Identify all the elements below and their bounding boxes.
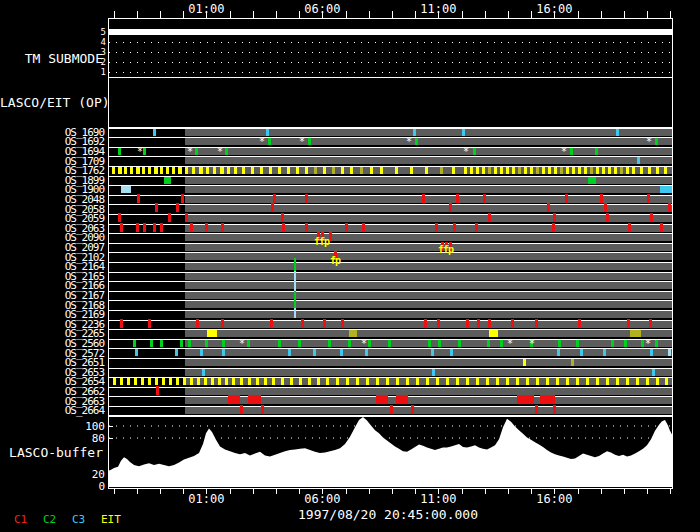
- row-band: [109, 282, 672, 289]
- event-tick: [536, 167, 539, 174]
- time-axis-tick: [299, 489, 300, 494]
- event-tick: [288, 349, 291, 356]
- event-tick: [368, 340, 371, 347]
- long-event-line: [294, 291, 296, 308]
- event-tick: [628, 223, 631, 232]
- asterisk-marker: *: [507, 340, 513, 348]
- event-tick: [188, 340, 191, 347]
- event-tick: [626, 378, 629, 385]
- event-tick: [296, 167, 299, 174]
- event-tick: [578, 319, 581, 328]
- tm-submode-label: TM SUBMODE: [0, 51, 103, 66]
- row-band: [109, 359, 672, 366]
- event-tick: [570, 148, 573, 155]
- event-tick: [251, 167, 254, 174]
- event-tick: [422, 194, 425, 203]
- asterisk-marker: *: [561, 148, 567, 156]
- event-tick: [130, 167, 133, 174]
- tm-submode-active-bar: [109, 29, 672, 35]
- event-tick: [496, 378, 499, 385]
- event-tick: [175, 349, 178, 356]
- event-tick: [127, 378, 130, 385]
- row-band: [109, 157, 672, 164]
- event-tick: [196, 319, 199, 328]
- long-event-line: [294, 308, 296, 318]
- asterisk-marker: *: [137, 148, 143, 156]
- asterisk-marker: *: [646, 138, 652, 146]
- time-axis-tick: [183, 489, 184, 494]
- event-tick: [298, 340, 301, 347]
- event-tick: [166, 167, 169, 174]
- event-tick: [456, 194, 459, 203]
- event-tick: [305, 194, 308, 203]
- event-tick: [299, 378, 302, 385]
- event-tick: [183, 378, 186, 385]
- buffer-y-tick: [109, 438, 113, 439]
- event-tick: [314, 167, 317, 174]
- asterisk-marker: *: [239, 340, 245, 348]
- event-tick: [124, 167, 127, 174]
- event-tick: [557, 349, 560, 356]
- event-tick: [476, 167, 479, 174]
- event-tick: [222, 349, 225, 356]
- row-band: [109, 148, 672, 155]
- event-tick: [301, 319, 304, 328]
- time-label: 16:00: [536, 2, 572, 16]
- event-tick: [595, 148, 598, 155]
- event-tick: [234, 167, 237, 174]
- event-tick: [578, 167, 581, 174]
- row-band: [109, 244, 672, 251]
- event-tick: [341, 167, 344, 174]
- event-tick: [596, 167, 599, 174]
- time-axis-tick: [624, 11, 625, 18]
- event-tick: [540, 395, 555, 404]
- event-tick: [137, 194, 140, 203]
- event-tick: [207, 330, 217, 337]
- event-tick: [176, 203, 179, 212]
- row-band: [109, 263, 672, 270]
- event-tick: [473, 148, 476, 155]
- event-tick: [608, 167, 611, 174]
- event-tick: [517, 395, 534, 404]
- event-tick: [313, 349, 316, 356]
- legend-item: C2: [43, 513, 56, 526]
- event-tick: [668, 203, 671, 212]
- row-band: [109, 369, 672, 376]
- time-axis-tick: [508, 11, 509, 18]
- row-band: [109, 330, 672, 337]
- event-tick: [120, 319, 123, 328]
- time-axis-tick: [462, 11, 463, 18]
- event-tick: [558, 340, 561, 347]
- time-label: 06:00: [304, 2, 340, 16]
- event-tick: [211, 378, 214, 385]
- time-axis-tick: [601, 489, 602, 494]
- time-axis-tick: [230, 11, 231, 18]
- time-axis-tick: [647, 11, 648, 18]
- event-tick: [462, 129, 465, 136]
- row-band: [109, 349, 672, 356]
- event-tick: [154, 167, 158, 174]
- event-tick: [466, 319, 469, 328]
- tm-level-label: 3: [96, 48, 106, 56]
- event-tick: [636, 378, 639, 385]
- event-tick: [435, 223, 438, 232]
- event-tick: [425, 167, 428, 174]
- event-tick: [272, 378, 275, 385]
- event-tick: [664, 167, 667, 174]
- event-tick: [470, 167, 473, 174]
- time-axis-tick: [578, 489, 579, 494]
- event-tick: [565, 194, 568, 203]
- event-tick: [547, 203, 550, 212]
- event-tick: [590, 167, 593, 174]
- event-tick: [440, 167, 443, 174]
- event-tick: [370, 167, 373, 174]
- event-tick: [136, 223, 139, 232]
- time-axis-tick: [114, 489, 115, 494]
- time-axis-tick: [578, 11, 579, 18]
- event-tick: [336, 378, 339, 385]
- event-tick: [586, 378, 589, 385]
- event-tick: [542, 167, 545, 174]
- event-tick: [305, 223, 308, 232]
- event-tick: [205, 223, 208, 232]
- event-tick: [596, 378, 599, 385]
